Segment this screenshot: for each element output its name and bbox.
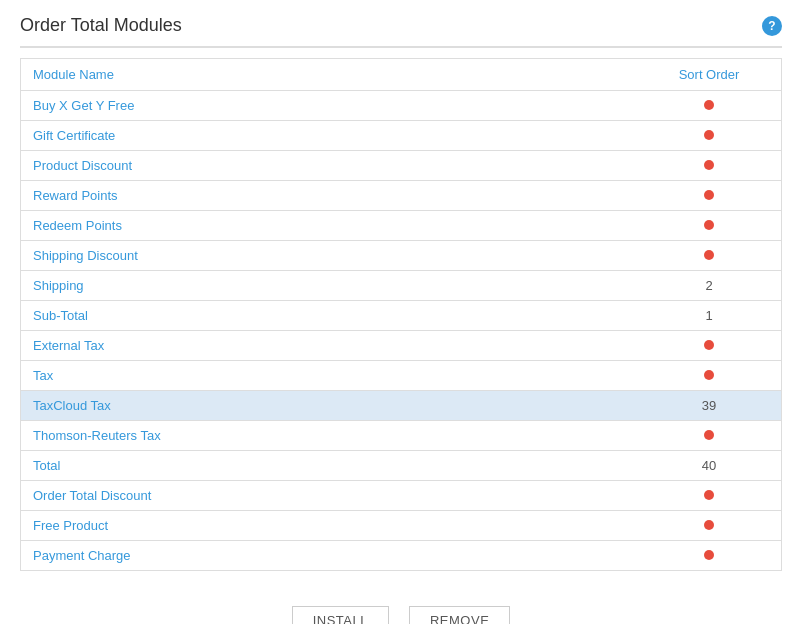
sort-order-dot (704, 250, 714, 260)
table-row[interactable]: Shipping2 (21, 271, 781, 301)
sort-order-value: 2 (649, 278, 769, 293)
sort-order-value: 1 (649, 308, 769, 323)
sort-order-dot (704, 100, 714, 110)
module-name: Thomson-Reuters Tax (33, 428, 649, 443)
module-name: Buy X Get Y Free (33, 98, 649, 113)
module-name: Payment Charge (33, 548, 649, 563)
table-row[interactable]: Tax (21, 361, 781, 391)
sort-order-dot (704, 130, 714, 140)
page-container: Order Total Modules ? Module Name Sort O… (0, 0, 802, 624)
sort-order-value (649, 248, 769, 263)
sort-order-value (649, 428, 769, 443)
modules-table: Module Name Sort Order Buy X Get Y FreeG… (20, 58, 782, 571)
module-name: Reward Points (33, 188, 649, 203)
table-row[interactable]: Product Discount (21, 151, 781, 181)
table-row[interactable]: Free Product (21, 511, 781, 541)
module-name: Gift Certificate (33, 128, 649, 143)
table-row[interactable]: Reward Points (21, 181, 781, 211)
table-row[interactable]: Total40 (21, 451, 781, 481)
column-header-module: Module Name (33, 67, 649, 82)
module-name: Product Discount (33, 158, 649, 173)
sort-order-dot (704, 490, 714, 500)
table-row[interactable]: External Tax (21, 331, 781, 361)
install-button[interactable]: INSTALL (292, 606, 389, 624)
module-name: Order Total Discount (33, 488, 649, 503)
table-row[interactable]: Redeem Points (21, 211, 781, 241)
sort-order-dot (704, 220, 714, 230)
sort-order-dot (704, 550, 714, 560)
table-row[interactable]: Shipping Discount (21, 241, 781, 271)
module-name: Sub-Total (33, 308, 649, 323)
sort-order-value: 40 (649, 458, 769, 473)
table-row[interactable]: TaxCloud Tax39 (21, 391, 781, 421)
page-title: Order Total Modules (20, 15, 182, 36)
sort-order-dot (704, 430, 714, 440)
table-row[interactable]: Buy X Get Y Free (21, 91, 781, 121)
module-name: Shipping Discount (33, 248, 649, 263)
table-header: Module Name Sort Order (21, 59, 781, 91)
module-name: Total (33, 458, 649, 473)
sort-order-value (649, 488, 769, 503)
sort-order-value (649, 218, 769, 233)
table-row[interactable]: Order Total Discount (21, 481, 781, 511)
table-row[interactable]: Gift Certificate (21, 121, 781, 151)
footer-buttons: INSTALL REMOVE (20, 596, 782, 624)
sort-order-value (649, 338, 769, 353)
sort-order-value (649, 188, 769, 203)
sort-order-value (649, 128, 769, 143)
sort-order-value (649, 98, 769, 113)
remove-button[interactable]: REMOVE (409, 606, 510, 624)
table-row[interactable]: Sub-Total1 (21, 301, 781, 331)
module-name: External Tax (33, 338, 649, 353)
module-name: TaxCloud Tax (33, 398, 649, 413)
module-name: Free Product (33, 518, 649, 533)
sort-order-dot (704, 370, 714, 380)
sort-order-value (649, 548, 769, 563)
sort-order-value (649, 158, 769, 173)
sort-order-dot (704, 340, 714, 350)
column-header-sort: Sort Order (649, 67, 769, 82)
help-icon[interactable]: ? (762, 16, 782, 36)
sort-order-value (649, 518, 769, 533)
sort-order-value: 39 (649, 398, 769, 413)
module-name: Tax (33, 368, 649, 383)
module-name: Redeem Points (33, 218, 649, 233)
sort-order-dot (704, 160, 714, 170)
page-header: Order Total Modules ? (20, 15, 782, 48)
table-body: Buy X Get Y FreeGift CertificateProduct … (21, 91, 781, 571)
table-row[interactable]: Payment Charge (21, 541, 781, 571)
table-row[interactable]: Thomson-Reuters Tax (21, 421, 781, 451)
sort-order-dot (704, 190, 714, 200)
sort-order-dot (704, 520, 714, 530)
module-name: Shipping (33, 278, 649, 293)
sort-order-value (649, 368, 769, 383)
